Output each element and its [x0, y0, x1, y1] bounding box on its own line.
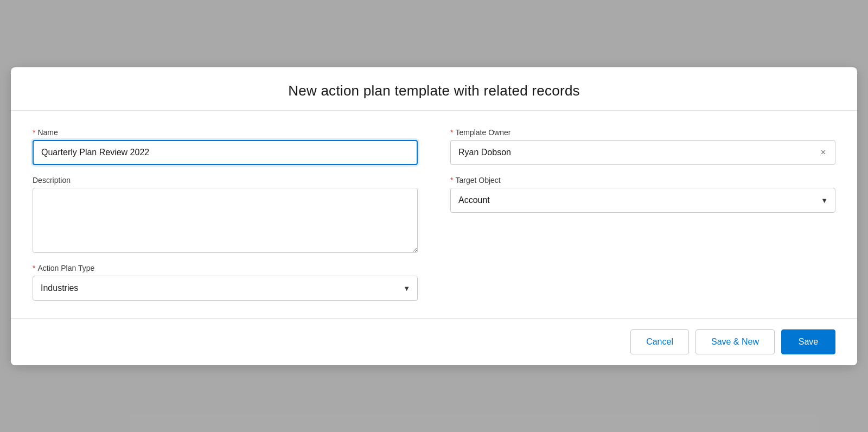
- target-object-field-group: *Target Object Account Contact Lead Oppo…: [450, 176, 835, 213]
- modal-overlay: New action plan template with related re…: [0, 0, 868, 432]
- template-owner-clear-button[interactable]: ×: [819, 147, 828, 158]
- modal-header: New action plan template with related re…: [11, 67, 857, 111]
- description-label: Description: [33, 176, 418, 185]
- template-owner-wrapper: ×: [450, 140, 835, 165]
- modal-body: *Name Description *Action: [11, 111, 857, 319]
- modal-footer: Cancel Save & New Save: [11, 319, 857, 365]
- save-button[interactable]: Save: [781, 329, 835, 354]
- action-plan-type-select[interactable]: Industries Standard Custom: [33, 276, 418, 301]
- template-owner-input[interactable]: [450, 140, 835, 165]
- description-textarea[interactable]: [33, 188, 418, 253]
- template-owner-label: *Template Owner: [450, 128, 835, 137]
- name-label: *Name: [33, 128, 418, 137]
- target-object-required-star: *: [450, 176, 453, 185]
- form-left-column: *Name Description *Action: [33, 128, 418, 301]
- form-grid: *Name Description *Action: [33, 128, 835, 301]
- modal-dialog: New action plan template with related re…: [11, 67, 857, 365]
- form-right-column: *Template Owner × *Target Object: [450, 128, 835, 301]
- name-input[interactable]: [33, 140, 418, 165]
- action-plan-type-select-wrapper: Industries Standard Custom ▼: [33, 276, 418, 301]
- action-plan-type-label: *Action Plan Type: [33, 264, 418, 272]
- cancel-button[interactable]: Cancel: [630, 329, 689, 354]
- target-object-label: *Target Object: [450, 176, 835, 185]
- save-new-button[interactable]: Save & New: [695, 329, 775, 354]
- target-object-select-wrapper: Account Contact Lead Opportunity ▼: [450, 188, 835, 213]
- name-required-star: *: [33, 128, 35, 137]
- modal-title: New action plan template with related re…: [33, 82, 835, 99]
- name-field-group: *Name: [33, 128, 418, 165]
- template-owner-field-group: *Template Owner ×: [450, 128, 835, 165]
- description-field-group: Description: [33, 176, 418, 253]
- template-owner-required-star: *: [450, 128, 453, 137]
- target-object-select[interactable]: Account Contact Lead Opportunity: [450, 188, 835, 213]
- action-plan-type-field-group: *Action Plan Type Industries Standard Cu…: [33, 264, 418, 301]
- action-plan-type-required-star: *: [33, 264, 35, 272]
